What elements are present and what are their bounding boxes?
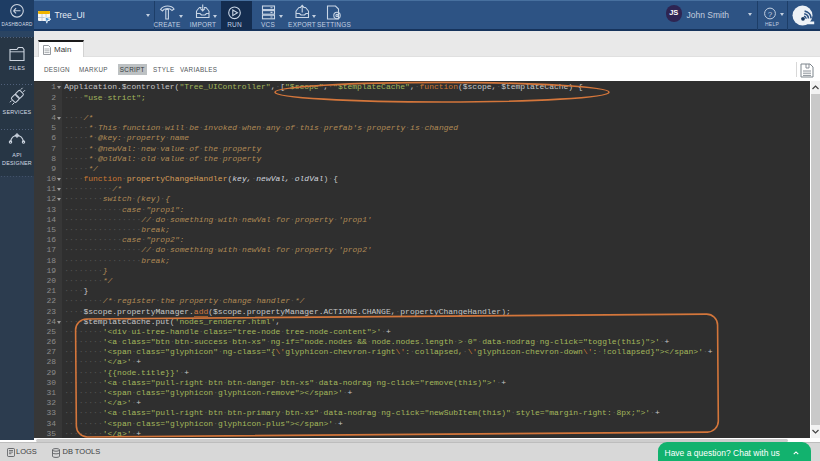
svg-text:?: ? — [768, 10, 773, 19]
